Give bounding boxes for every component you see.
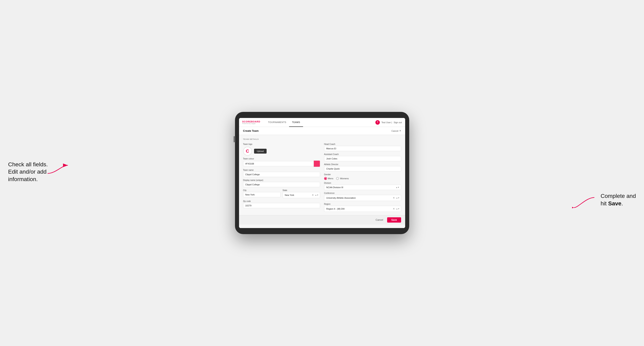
region-chevron-icon: ▲▼ — [396, 208, 400, 210]
gender-group: Gender Mens Womens — [324, 173, 401, 180]
gender-row: Mens Womens — [324, 177, 401, 180]
color-swatch[interactable] — [314, 161, 320, 167]
logo-circle: C — [243, 147, 252, 156]
zip-group: Zip code — [243, 200, 320, 208]
head-coach-input[interactable] — [324, 146, 401, 151]
annotation-line2: Edit and/or add — [8, 168, 48, 175]
head-coach-label: Head Coach — [324, 143, 401, 145]
team-colour-label: Team colour — [243, 158, 320, 160]
team-name-label: Team name — [243, 169, 320, 171]
gender-label: Gender — [324, 173, 401, 176]
conference-clear-icon[interactable]: ✕ — [393, 196, 395, 199]
form-left-col: Team logo C Upload Team colour — [243, 143, 320, 212]
conference-label: Conference — [324, 192, 401, 194]
section-label: TEAM DETAILS — [243, 138, 401, 140]
left-annotation: Check all fields. Edit and/or add inform… — [8, 161, 48, 183]
division-select[interactable]: NCAA Division III — [324, 185, 401, 190]
nav-teams[interactable]: TEAMS — [289, 118, 303, 127]
assistant-coach-input[interactable] — [324, 156, 401, 161]
annotation-right1: Complete and — [601, 192, 636, 200]
state-value: New York — [285, 194, 294, 196]
upload-button[interactable]: Upload — [254, 149, 267, 154]
ipad-screen: SCOREBOARD Powered by clippd TOURNAMENTS… — [239, 118, 405, 228]
left-arrow — [46, 163, 70, 175]
cancel-label: Cancel — [392, 130, 398, 132]
sign-out-link[interactable]: Sign out — [394, 121, 402, 124]
modal-body: TEAM DETAILS Team logo C Upload — [239, 135, 405, 215]
state-clear-icon[interactable]: ✕ — [312, 194, 314, 196]
athletic-director-group: Athletic Director — [324, 163, 401, 172]
conference-chevron-icon: ▲▼ — [396, 197, 400, 199]
state-controls: ✕ ▲▼ — [312, 194, 319, 196]
division-select-wrapper: NCAA Division III ▲▼ — [324, 185, 401, 190]
city-label: City — [243, 189, 280, 191]
modal-header: Create Team Cancel ✕ — [239, 127, 405, 135]
gender-womens-radio[interactable] — [336, 177, 339, 180]
user-avatar: T — [376, 120, 380, 125]
navbar-links: TOURNAMENTS TEAMS — [265, 118, 376, 127]
display-name-input[interactable] — [243, 182, 320, 187]
division-label: Division — [324, 182, 401, 184]
display-name-label: Display name (unique) — [243, 179, 320, 181]
state-chevron-icon: ▲▼ — [315, 194, 319, 196]
gender-mens-option[interactable]: Mens — [324, 177, 334, 180]
ipad-frame: SCOREBOARD Powered by clippd TOURNAMENTS… — [235, 112, 409, 234]
modal-area: Create Team Cancel ✕ TEAM DETAILS — [239, 127, 405, 228]
navbar-user: T Test User | Sign out — [376, 120, 402, 125]
conference-group: Conference University Athletic Associati… — [324, 192, 401, 201]
region-clear-icon[interactable]: ✕ — [393, 207, 395, 210]
gender-mens-radio[interactable] — [324, 177, 327, 180]
navbar: SCOREBOARD Powered by clippd TOURNAMENTS… — [239, 118, 405, 127]
region-select[interactable]: Region II - (M) DIII ✕ ▲▼ — [324, 206, 401, 212]
page-wrapper: Check all fields. Edit and/or add inform… — [8, 112, 636, 234]
display-name-group: Display name (unique) — [243, 179, 320, 187]
division-group: Division NCAA Division III ▲▼ — [324, 182, 401, 190]
city-group: City — [243, 189, 280, 198]
zip-label: Zip code — [243, 200, 320, 202]
footer-cancel-button[interactable]: Cancel — [373, 217, 386, 223]
team-name-group: Team name — [243, 169, 320, 177]
annotation-right2: hit Save. — [601, 200, 636, 207]
region-value: Region II - (M) DIII — [326, 208, 344, 210]
nav-tournaments[interactable]: TOURNAMENTS — [265, 118, 289, 127]
form-right-col: Head Coach Assistant Coach Athletic Dire… — [324, 143, 401, 212]
conference-select[interactable]: University Athletic Association ✕ ▲▼ — [324, 195, 401, 201]
side-button — [234, 136, 234, 142]
footer-save-button[interactable]: Save — [387, 217, 401, 223]
assistant-coach-label: Assistant Coach — [324, 153, 401, 155]
region-controls: ✕ ▲▼ — [393, 207, 400, 210]
zip-input[interactable] — [243, 203, 320, 208]
modal-footer: Cancel Save — [239, 215, 405, 225]
brand-sub: Powered by clippd — [242, 123, 260, 124]
right-annotation: Complete and hit Save. — [601, 192, 636, 207]
athletic-director-label: Athletic Director — [324, 163, 401, 166]
close-x-icon: ✕ — [399, 130, 401, 132]
region-group: Region Region II - (M) DIII ✕ ▲▼ — [324, 203, 401, 212]
brand-title: SCOREBOARD — [242, 121, 260, 123]
team-logo-label: Team logo — [243, 143, 320, 145]
team-name-input[interactable] — [243, 172, 320, 177]
gender-womens-label: Womens — [340, 177, 349, 180]
modal-close-button[interactable]: Cancel ✕ — [392, 130, 401, 132]
team-colour-input[interactable] — [243, 161, 314, 166]
athletic-director-input[interactable] — [324, 166, 401, 172]
city-input[interactable] — [243, 192, 280, 197]
city-state-row: City State New York ✕ ▲▼ — [243, 189, 320, 198]
region-label: Region — [324, 203, 401, 205]
gender-mens-label: Mens — [328, 177, 334, 180]
logo-area: C Upload — [243, 147, 320, 156]
form-grid: Team logo C Upload Team colour — [243, 143, 401, 212]
head-coach-group: Head Coach — [324, 143, 401, 151]
brand: SCOREBOARD Powered by clippd — [242, 121, 260, 124]
gender-womens-option[interactable]: Womens — [336, 177, 349, 180]
team-logo-group: Team logo C Upload — [243, 143, 320, 156]
state-label: State — [282, 189, 320, 191]
modal-title: Create Team — [243, 129, 259, 132]
annotation-line1: Check all fields. — [8, 161, 48, 168]
assistant-coach-group: Assistant Coach — [324, 153, 401, 161]
conference-value: University Athletic Association — [326, 197, 356, 199]
user-label: Test User | — [382, 121, 392, 124]
conference-controls: ✕ ▲▼ — [393, 196, 400, 199]
team-colour-group: Team colour — [243, 158, 320, 167]
state-select[interactable]: New York ✕ ▲▼ — [282, 192, 320, 198]
